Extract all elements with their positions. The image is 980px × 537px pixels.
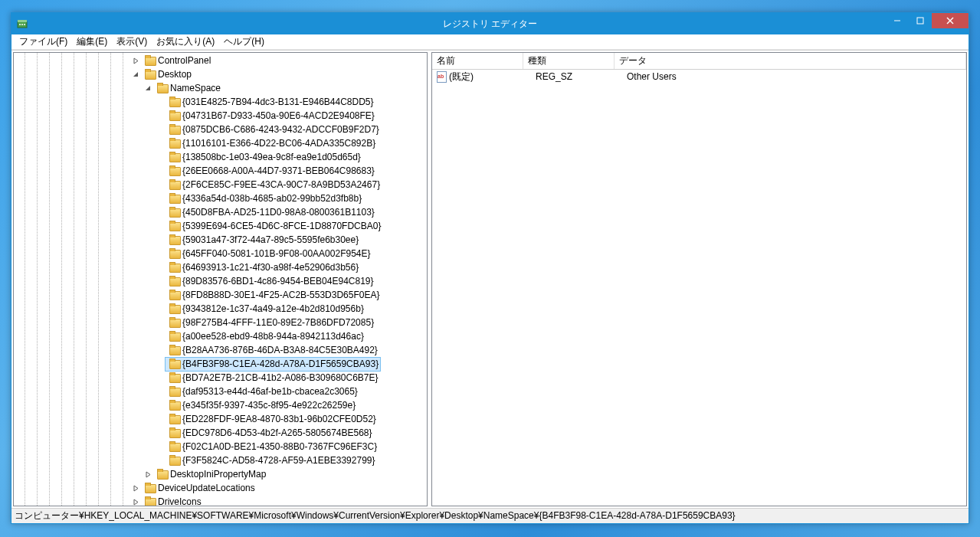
- tree-node[interactable]: {26EE0668-A00A-44D7-9371-BEB064C98683}: [14, 164, 427, 178]
- menu-view[interactable]: 表示(V): [112, 34, 152, 50]
- menu-help[interactable]: ヘルプ(H): [219, 34, 269, 50]
- folder-icon: [169, 386, 181, 397]
- folder-icon: [169, 179, 181, 190]
- tree-node[interactable]: {a00ee528-ebd9-48b8-944a-8942113d46ac}: [14, 329, 427, 343]
- folder-icon: [169, 234, 181, 245]
- tree-pane[interactable]: ControlPanelDesktopNameSpace{031E4825-7B…: [13, 52, 428, 506]
- tree-node-label: {138508bc-1e03-49ea-9c8f-ea9e1d05d65d}: [182, 152, 361, 162]
- tree-node[interactable]: {031E4825-7B94-4dc3-B131-E946B44C8DD5}: [14, 95, 427, 109]
- tree-node-label: {4336a54d-038b-4685-ab02-99bb52d3fb8b}: [182, 193, 362, 204]
- tree-node-label: {04731B67-D933-450a-90E6-4ACD2E9408FE}: [182, 110, 375, 121]
- list-body[interactable]: (既定)REG_SZOther Users: [432, 70, 966, 506]
- folder-icon: [169, 372, 181, 383]
- tree-node[interactable]: {4336a54d-038b-4685-ab02-99bb52d3fb8b}: [14, 192, 427, 205]
- tree-node-label: {F02C1A0D-BE21-4350-88B0-7367FC96EF3C}: [182, 441, 377, 452]
- cell-data: Other Users: [627, 71, 966, 82]
- tree-node[interactable]: {0875DCB6-C686-4243-9432-ADCCF0B9F2D7}: [14, 123, 427, 136]
- tree-node[interactable]: {5399E694-6CE5-4D6C-8FCE-1D8870FDCBA0}: [14, 219, 427, 233]
- maximize-button[interactable]: [909, 13, 932, 28]
- tree-node-label: {5399E694-6CE5-4D6C-8FCE-1D8870FDCBA0}: [182, 221, 381, 231]
- tree-node[interactable]: DesktopIniPropertyMap: [14, 467, 427, 481]
- content-area: ControlPanelDesktopNameSpace{031E4825-7B…: [11, 50, 969, 508]
- tree-node[interactable]: {ED228FDF-9EA8-4870-83b1-96b02CFE0D52}: [14, 412, 427, 426]
- tree-node[interactable]: {89D83576-6BD1-4c86-9454-BEB04E94C819}: [14, 274, 427, 288]
- status-path: コンピューター¥HKEY_LOCAL_MACHINE¥SOFTWARE¥Micr…: [15, 509, 736, 522]
- tree-node-label: {F3F5824C-AD58-4728-AF59-A1EBE3392799}: [182, 455, 375, 466]
- folder-icon: [169, 97, 181, 107]
- tree-node[interactable]: {EDC978D6-4D53-4b2f-A265-5805674BE568}: [14, 426, 427, 440]
- expand-icon[interactable]: [130, 496, 141, 506]
- tree-node[interactable]: {64693913-1c21-4f30-a98f-4e52906d3b56}: [14, 260, 427, 274]
- folder-icon: [169, 152, 181, 162]
- registry-tree: ControlPanelDesktopNameSpace{031E4825-7B…: [14, 53, 427, 506]
- tree-node-label: {64693913-1c21-4f30-a98f-4e52906d3b56}: [182, 262, 359, 273]
- close-button[interactable]: [932, 13, 969, 28]
- folder-icon: [144, 496, 156, 506]
- tree-node[interactable]: {e345f35f-9397-435c-8f95-4e922c26259e}: [14, 398, 427, 412]
- tree-node-label: Desktop: [158, 69, 192, 80]
- tree-node[interactable]: {B28AA736-876B-46DA-B3A8-84C5E30BA492}: [14, 343, 427, 357]
- tree-node[interactable]: {8FD8B88D-30E1-4F25-AC2B-553D3D65F0EA}: [14, 288, 427, 302]
- menu-favorites[interactable]: お気に入り(A): [152, 34, 219, 50]
- string-value-icon: [435, 70, 447, 83]
- folder-icon: [169, 303, 181, 314]
- cell-type: REG_SZ: [536, 71, 627, 82]
- tree-node[interactable]: {98F275B4-4FFF-11E0-89E2-7B86DFD72085}: [14, 316, 427, 329]
- app-icon: [16, 18, 28, 30]
- tree-node-label: {26EE0668-A00A-44D7-9371-BEB064C98683}: [182, 165, 375, 176]
- tree-node[interactable]: {F3F5824C-AD58-4728-AF59-A1EBE3392799}: [14, 454, 427, 467]
- tree-node[interactable]: {2F6CE85C-F9EE-43CA-90C7-8A9BD53A2467}: [14, 178, 427, 192]
- tree-node[interactable]: {138508bc-1e03-49ea-9c8f-ea9e1d05d65d}: [14, 150, 427, 164]
- tree-node-label: {e345f35f-9397-435c-8f95-4e922c26259e}: [182, 400, 356, 411]
- tree-node-label: {031E4825-7B94-4dc3-B131-E946B44C8DD5}: [182, 97, 374, 107]
- folder-icon: [169, 455, 181, 466]
- tree-node[interactable]: {B4FB3F98-C1EA-428d-A78A-D1F5659CBA93}: [14, 357, 427, 371]
- tree-node[interactable]: {9343812e-1c37-4a49-a12e-4b2d810d956b}: [14, 302, 427, 316]
- minimize-button[interactable]: [886, 13, 909, 28]
- tree-node[interactable]: {04731B67-D933-450a-90E6-4ACD2E9408FE}: [14, 109, 427, 123]
- titlebar[interactable]: レジストリ エディター: [11, 13, 969, 34]
- list-header: 名前 種類 データ: [432, 53, 966, 70]
- menu-file[interactable]: ファイル(F): [15, 34, 72, 50]
- menu-edit[interactable]: 編集(E): [72, 34, 112, 50]
- tree-node[interactable]: {BD7A2E7B-21CB-41b2-A086-B309680C6B7E}: [14, 371, 427, 385]
- tree-node[interactable]: {11016101-E366-4D22-BC06-4ADA335C892B}: [14, 136, 427, 150]
- registry-editor-window: レジストリ エディター ファイル(F) 編集(E) 表示(V) お気に入り(A)…: [11, 12, 969, 524]
- tree-node[interactable]: {645FF040-5081-101B-9F08-00AA002F954E}: [14, 247, 427, 260]
- tree-node-label: {450D8FBA-AD25-11D0-98A8-0800361B1103}: [182, 207, 375, 218]
- expand-icon[interactable]: [143, 469, 153, 480]
- folder-icon: [169, 207, 181, 218]
- tree-node[interactable]: Desktop: [14, 67, 427, 81]
- folder-icon: [144, 69, 156, 80]
- tree-node-label: {ED228FDF-9EA8-4870-83b1-96b02CFE0D52}: [182, 414, 376, 424]
- tree-node[interactable]: {59031a47-3f72-44a7-89c5-5595fe6b30ee}: [14, 233, 427, 247]
- tree-node-label: {B4FB3F98-C1EA-428d-A78A-D1F5659CBA93}: [182, 359, 379, 369]
- folder-icon: [169, 165, 181, 176]
- value-row[interactable]: (既定)REG_SZOther Users: [432, 70, 966, 83]
- tree-node[interactable]: DeviceUpdateLocations: [14, 481, 427, 495]
- tree-node[interactable]: NameSpace: [14, 81, 427, 95]
- tree-node[interactable]: DriveIcons: [14, 495, 427, 506]
- tree-node-label: DeviceUpdateLocations: [158, 483, 255, 493]
- folder-icon: [169, 345, 181, 355]
- folder-icon: [169, 110, 181, 121]
- folder-icon: [156, 469, 169, 480]
- tree-node[interactable]: {F02C1A0D-BE21-4350-88B0-7367FC96EF3C}: [14, 440, 427, 454]
- expand-icon[interactable]: [130, 483, 141, 493]
- expand-icon[interactable]: [130, 55, 141, 66]
- folder-icon: [169, 427, 181, 438]
- splitter[interactable]: [428, 51, 430, 508]
- tree-node[interactable]: ControlPanel: [14, 54, 427, 67]
- tree-node-label: DriveIcons: [158, 496, 202, 506]
- tree-node-label: {BD7A2E7B-21CB-41b2-A086-B309680C6B7E}: [182, 372, 379, 383]
- folder-icon: [169, 221, 181, 231]
- column-name[interactable]: 名前: [432, 53, 523, 69]
- column-data[interactable]: データ: [615, 53, 966, 69]
- folder-icon: [144, 483, 156, 493]
- tree-node[interactable]: {450D8FBA-AD25-11D0-98A8-0800361B1103}: [14, 205, 427, 219]
- column-type[interactable]: 種類: [523, 53, 615, 69]
- collapse-icon[interactable]: [130, 69, 141, 80]
- tree-node[interactable]: {daf95313-e44d-46af-be1b-cbacea2c3065}: [14, 385, 427, 398]
- collapse-icon[interactable]: [143, 83, 153, 93]
- window-buttons: [886, 13, 969, 28]
